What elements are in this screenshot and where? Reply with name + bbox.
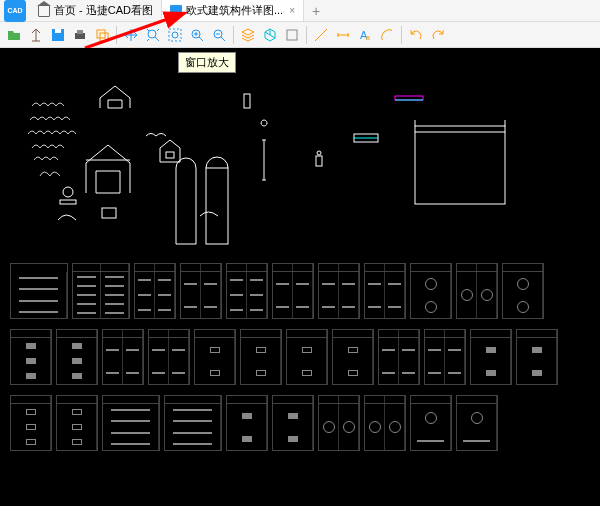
svg-rect-18 [316, 156, 322, 166]
svg-rect-15 [166, 152, 174, 158]
close-icon[interactable]: × [289, 5, 295, 16]
tab-document[interactable]: 欧式建筑构件详图... × [162, 0, 304, 21]
tab-label: 首页 - 迅捷CAD看图 [54, 3, 153, 18]
svg-rect-1 [55, 29, 61, 33]
tab-label: 欧式建筑构件详图... [186, 3, 283, 18]
new-tab-button[interactable]: + [304, 3, 328, 19]
svg-rect-17 [244, 94, 250, 108]
cad-drawings [0, 48, 600, 258]
separator [401, 26, 402, 44]
undo-button[interactable] [406, 25, 426, 45]
separator [306, 26, 307, 44]
sheet-thumb[interactable] [364, 395, 406, 451]
zoom-in-button[interactable] [187, 25, 207, 45]
sheet-thumb[interactable] [332, 329, 374, 385]
sheet-thumb[interactable] [194, 329, 236, 385]
sheet-thumb[interactable] [318, 263, 360, 319]
sheet-thumb[interactable] [226, 263, 268, 319]
svg-rect-20 [395, 96, 423, 100]
svg-point-8 [172, 32, 178, 38]
sheet-thumb[interactable] [272, 263, 314, 319]
sheet-thumb[interactable] [364, 263, 406, 319]
separator [116, 26, 117, 44]
tree-button[interactable] [26, 25, 46, 45]
sheet-thumb[interactable] [516, 329, 558, 385]
sheet-thumb[interactable] [226, 395, 268, 451]
sheet-thumb[interactable] [102, 329, 144, 385]
cad-canvas[interactable] [0, 48, 600, 506]
sheet-thumb[interactable] [456, 263, 498, 319]
sheet-thumb[interactable] [72, 263, 130, 319]
svg-rect-5 [100, 33, 108, 41]
3d-button[interactable] [260, 25, 280, 45]
sheet-thumb[interactable] [180, 263, 222, 319]
sheet-thumb[interactable] [470, 329, 512, 385]
sheet-thumb[interactable] [56, 329, 98, 385]
svg-point-23 [63, 187, 73, 197]
copy-button[interactable] [92, 25, 112, 45]
home-icon [38, 5, 50, 17]
tab-home[interactable]: 首页 - 迅捷CAD看图 [30, 0, 162, 21]
layers-button[interactable] [238, 25, 258, 45]
sheet-thumb[interactable] [102, 395, 160, 451]
redo-button[interactable] [428, 25, 448, 45]
svg-rect-11 [287, 30, 297, 40]
svg-text:a: a [366, 34, 370, 41]
sheet-thumb[interactable] [10, 329, 52, 385]
sheet-thumb[interactable] [410, 395, 452, 451]
text-button[interactable]: Aa [355, 25, 375, 45]
open-button[interactable] [4, 25, 24, 45]
sheet-thumb[interactable] [318, 395, 360, 451]
sheet-thumb[interactable] [502, 263, 544, 319]
sheet-thumb[interactable] [148, 329, 190, 385]
sheet-thumb[interactable] [286, 329, 328, 385]
svg-rect-4 [97, 30, 105, 38]
svg-rect-3 [77, 30, 83, 34]
sheet-thumb[interactable] [164, 395, 222, 451]
zoom-out-button[interactable] [209, 25, 229, 45]
sheet-thumb[interactable] [378, 329, 420, 385]
pan-button[interactable] [121, 25, 141, 45]
zoom-extents-button[interactable] [143, 25, 163, 45]
print-button[interactable] [70, 25, 90, 45]
app-icon: CAD [4, 0, 26, 22]
svg-rect-24 [60, 200, 76, 204]
svg-point-6 [148, 30, 156, 38]
sheet-thumb[interactable] [424, 329, 466, 385]
svg-point-19 [317, 151, 321, 155]
toolbar: Aa [0, 22, 600, 48]
svg-rect-16 [206, 168, 228, 244]
line-button[interactable] [311, 25, 331, 45]
sheet-thumb[interactable] [134, 263, 176, 319]
tooltip: 窗口放大 [178, 52, 236, 73]
zoom-window-button[interactable] [165, 25, 185, 45]
arc-button[interactable] [377, 25, 397, 45]
svg-rect-14 [102, 208, 116, 218]
sheet-thumb[interactable] [56, 395, 98, 451]
sheet-thumb[interactable] [10, 395, 52, 451]
dimension-button[interactable] [333, 25, 353, 45]
save-button[interactable] [48, 25, 68, 45]
svg-rect-7 [169, 29, 181, 41]
document-icon [170, 5, 182, 17]
svg-rect-22 [415, 126, 505, 204]
drawing-sheets [10, 263, 590, 461]
box-button[interactable] [282, 25, 302, 45]
sheet-thumb[interactable] [10, 263, 68, 319]
sheet-thumb[interactable] [240, 329, 282, 385]
sheet-thumb[interactable] [456, 395, 498, 451]
sheet-thumb[interactable] [272, 395, 314, 451]
title-bar: CAD 首页 - 迅捷CAD看图 欧式建筑构件详图... × + [0, 0, 600, 22]
separator [233, 26, 234, 44]
sheet-thumb[interactable] [410, 263, 452, 319]
